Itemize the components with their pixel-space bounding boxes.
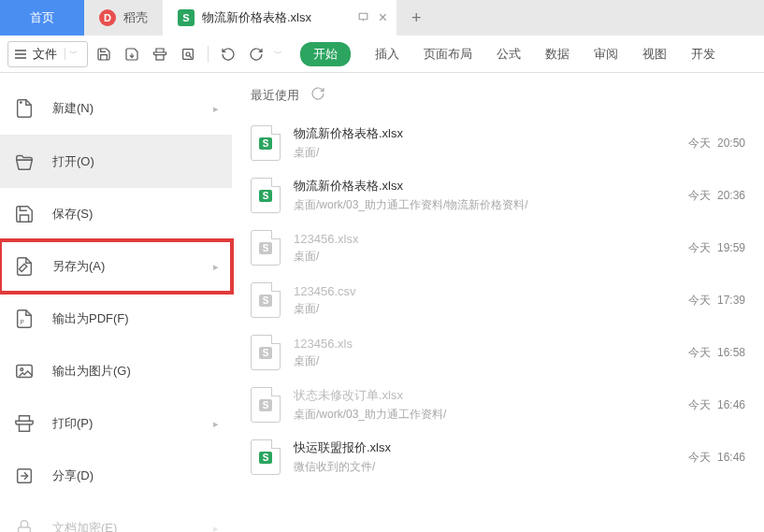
window-mode-icon[interactable] <box>357 10 369 25</box>
recent-item-info: 快运联盟报价.xlsx微信收到的文件/ <box>294 439 675 475</box>
recent-item[interactable]: S123456.xlsx桌面/今天 19:59 <box>245 222 751 274</box>
close-tab-icon[interactable]: × <box>379 9 387 26</box>
recent-item-info: 123456.xls桌面/ <box>294 337 675 369</box>
menu-open[interactable]: 打开(O) <box>0 136 232 188</box>
svg-text:P: P <box>20 319 23 325</box>
recent-header-label: 最近使用 <box>251 87 299 104</box>
recent-item-time: 今天 16:58 <box>688 345 745 361</box>
ribbon-formula[interactable]: 公式 <box>497 46 521 63</box>
menu-export-pdf[interactable]: P 输出为PDF(F) <box>0 293 232 345</box>
menu-share[interactable]: 分享(D) <box>0 450 232 502</box>
svg-rect-15 <box>19 527 31 532</box>
file-icon: S <box>251 282 281 318</box>
recent-header: 最近使用 <box>245 86 751 104</box>
svg-rect-0 <box>359 13 368 20</box>
svg-line-8 <box>190 56 192 58</box>
file-menu-sidebar: 新建(N) ▸ 打开(O) 保存(S) 另存为(A) ▸ P 输出为PDF(F)… <box>0 73 232 532</box>
recent-item-name: 123456.xls <box>294 337 675 351</box>
tab-document-label: 物流新价格表格.xlsx <box>202 9 311 26</box>
printer-icon <box>13 412 36 435</box>
main-area: 新建(N) ▸ 打开(O) 保存(S) 另存为(A) ▸ P 输出为PDF(F)… <box>0 73 764 532</box>
recent-item[interactable]: S123456.csv桌面/今天 17:39 <box>245 274 751 326</box>
svg-point-12 <box>21 368 23 371</box>
recent-item-time: 今天 16:46 <box>688 397 745 413</box>
spreadsheet-icon: S <box>178 9 195 26</box>
recent-item[interactable]: S物流新价格表格.xlsx桌面/work/03_助力通工作资料/物流新价格资料/… <box>245 169 751 222</box>
svg-rect-13 <box>20 424 30 431</box>
menu-export-pdf-label: 输出为PDF(F) <box>52 310 219 327</box>
svg-point-7 <box>186 52 190 56</box>
menu-open-label: 打开(O) <box>52 153 219 170</box>
redo-dropdown-icon[interactable]: ﹀ <box>272 42 283 66</box>
menu-export-img-label: 输出为图片(G) <box>52 363 219 380</box>
recent-item-time: 今天 20:50 <box>688 136 745 151</box>
ribbon-insert[interactable]: 插入 <box>375 46 399 63</box>
redo-icon[interactable] <box>244 42 268 66</box>
chevron-right-icon: ▸ <box>213 418 219 430</box>
recent-item-name: 物流新价格表格.xlsx <box>294 178 675 194</box>
ribbon-review[interactable]: 审阅 <box>594 46 618 63</box>
daoke-icon: D <box>99 9 116 26</box>
menu-export-img[interactable]: 输出为图片(G) <box>0 345 232 397</box>
tab-new[interactable]: + <box>396 0 437 36</box>
toolbar: 文件 ﹀ ﹀ 开始 插入 页面布局 公式 数据 审阅 视图 开发 <box>0 36 764 73</box>
plus-icon: + <box>411 8 422 28</box>
pdf-icon: P <box>13 308 36 330</box>
recent-item[interactable]: S123456.xls桌面/今天 16:58 <box>245 326 751 379</box>
undo-icon[interactable] <box>216 42 240 66</box>
menu-save-label: 保存(S) <box>52 206 219 223</box>
recent-item-path: 桌面/work/03_助力通工作资料/物流新价格资料/ <box>294 197 675 213</box>
recent-item-info: 123456.xlsx桌面/ <box>294 232 675 265</box>
tab-daoke[interactable]: D 稻壳 <box>84 0 163 36</box>
recent-item-path: 桌面/ <box>294 353 675 369</box>
tab-document[interactable]: S 物流新价格表格.xlsx × <box>163 0 396 36</box>
recent-item[interactable]: S状态未修改订单.xlsx桌面/work/03_助力通工作资料/今天 16:46 <box>245 379 751 431</box>
recent-item-path: 桌面/work/03_助力通工作资料/ <box>294 407 675 423</box>
svg-point-9 <box>20 101 22 104</box>
recent-item-name: 123456.xlsx <box>294 232 675 246</box>
menu-encrypt-label: 文档加密(E) <box>52 520 196 532</box>
recent-list: S物流新价格表格.xlsx桌面/今天 20:50S物流新价格表格.xlsx桌面/… <box>245 117 751 483</box>
ribbon-dev[interactable]: 开发 <box>691 46 715 63</box>
print-preview-icon[interactable] <box>176 42 200 66</box>
recent-item-name: 123456.csv <box>294 284 675 298</box>
recent-item-info: 状态未修改订单.xlsx桌面/work/03_助力通工作资料/ <box>294 387 675 423</box>
file-icon: S <box>251 125 281 161</box>
file-icon: S <box>251 178 281 213</box>
recent-item-info: 123456.csv桌面/ <box>294 284 675 317</box>
recent-item-name: 快运联盟报价.xlsx <box>294 439 675 456</box>
recent-item-info: 物流新价格表格.xlsx桌面/work/03_助力通工作资料/物流新价格资料/ <box>294 178 675 213</box>
menu-encrypt[interactable]: 文档加密(E) ▸ <box>0 502 232 532</box>
print-icon[interactable] <box>148 42 172 66</box>
tab-home[interactable]: 首页 <box>0 0 84 36</box>
menu-share-label: 分享(D) <box>52 467 219 484</box>
refresh-icon[interactable] <box>310 86 325 104</box>
file-icon: S <box>251 335 281 370</box>
hamburger-icon <box>14 49 27 60</box>
recent-item-path: 桌面/ <box>294 301 675 317</box>
file-icon: S <box>251 387 281 423</box>
recent-item[interactable]: S物流新价格表格.xlsx桌面/今天 20:50 <box>245 117 751 169</box>
file-menu-button[interactable]: 文件 ﹀ <box>7 41 88 67</box>
recent-item[interactable]: S快运联盟报价.xlsx微信收到的文件/今天 16:46 <box>245 431 751 483</box>
save-as-icon[interactable] <box>120 42 144 66</box>
ribbon-start[interactable]: 开始 <box>300 42 351 66</box>
menu-new-label: 新建(N) <box>52 100 196 117</box>
folder-open-icon <box>13 151 36 173</box>
tab-bar: 首页 D 稻壳 S 物流新价格表格.xlsx × + <box>0 0 764 36</box>
menu-save-as-label: 另存为(A) <box>52 258 196 275</box>
file-icon: S <box>251 439 281 475</box>
recent-item-time: 今天 17:39 <box>688 293 745 309</box>
ribbon-view[interactable]: 视图 <box>642 46 667 63</box>
save-icon[interactable] <box>92 42 116 66</box>
menu-new[interactable]: 新建(N) ▸ <box>0 82 232 135</box>
menu-save-as[interactable]: 另存为(A) ▸ <box>0 240 232 293</box>
lock-icon <box>13 517 36 532</box>
new-file-icon <box>13 97 36 120</box>
ribbon-page-layout[interactable]: 页面布局 <box>424 46 472 63</box>
tab-home-label: 首页 <box>30 9 54 26</box>
ribbon-data[interactable]: 数据 <box>545 46 569 63</box>
menu-save[interactable]: 保存(S) <box>0 188 232 240</box>
file-icon: S <box>251 230 281 266</box>
menu-print[interactable]: 打印(P) ▸ <box>0 397 232 450</box>
